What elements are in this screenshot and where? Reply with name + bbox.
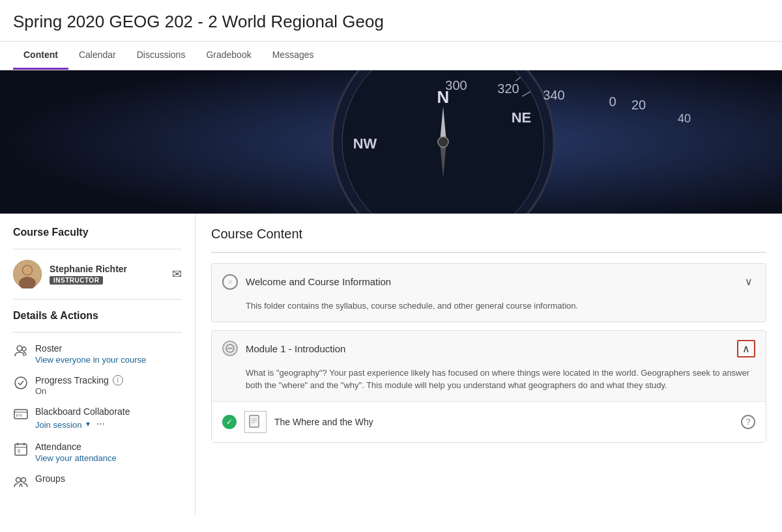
faculty-section: Course Faculty Stephanie Richter INSTRUC…	[13, 227, 182, 288]
svg-text:20: 20	[631, 98, 646, 112]
page-header: Spring 2020 GEOG 202 - 2 World Regional …	[0, 0, 782, 42]
progress-item: Progress Tracking i On	[13, 375, 182, 396]
faculty-divider	[13, 249, 182, 249]
svg-text:NE: NE	[512, 109, 532, 126]
sidebar: Course Faculty Stephanie Richter INSTRUC…	[0, 214, 195, 515]
details-title: Details & Actions	[13, 310, 182, 322]
attendance-content: Attendance View your attendance	[35, 441, 182, 463]
svg-point-21	[438, 137, 448, 147]
progress-info-icon[interactable]: i	[113, 375, 123, 385]
welcome-item-icon: ○	[222, 274, 238, 290]
svg-point-40	[16, 478, 21, 483]
progress-label: Progress Tracking i	[35, 375, 182, 385]
tab-gradebook[interactable]: Gradebook	[195, 42, 261, 70]
svg-rect-44	[250, 415, 259, 427]
module1-item-icon	[222, 341, 238, 356]
bb-item: Blackboard Collaborate Join session ▾ ··…	[13, 406, 182, 431]
roster-item: Roster View everyone in your course	[13, 343, 182, 365]
faculty-title: Course Faculty	[13, 227, 182, 238]
roster-icon	[13, 344, 29, 361]
details-divider	[13, 299, 182, 300]
bb-dropdown-btn[interactable]: ▾	[86, 419, 90, 428]
roster-content: Roster View everyone in your course	[35, 343, 182, 365]
faculty-item: Stephanie Richter INSTRUCTOR ✉	[13, 260, 182, 288]
main-layout: Course Faculty Stephanie Richter INSTRUC…	[0, 214, 782, 515]
tab-discussions[interactable]: Discussions	[126, 42, 196, 70]
sub-item-title: The Where and the Why	[274, 417, 741, 427]
attendance-link[interactable]: View your attendance	[35, 453, 182, 463]
bb-label: Blackboard Collaborate	[35, 406, 182, 417]
content-item-header-module1[interactable]: Module 1 - Introduction ∧	[212, 331, 766, 367]
content-item-header-welcome[interactable]: ○ Welcome and Course Information ∨	[212, 264, 766, 300]
progress-content: Progress Tracking i On	[35, 375, 182, 396]
attendance-item: Attendance View your attendance	[13, 441, 182, 463]
file-icon	[244, 411, 267, 433]
completed-check-icon: ✓	[222, 415, 237, 429]
page-title: Spring 2020 GEOG 202 - 2 World Regional …	[13, 12, 769, 32]
groups-label: Groups	[35, 473, 182, 484]
bb-actions: Join session ▾ ···	[35, 417, 182, 431]
avatar	[13, 260, 42, 288]
svg-point-28	[15, 377, 27, 389]
tab-messages[interactable]: Messages	[262, 42, 325, 70]
svg-point-27	[22, 347, 26, 351]
svg-point-25	[23, 266, 32, 275]
details-section: Details & Actions Roster View everyone i…	[13, 310, 182, 492]
content-title: Course Content	[211, 227, 766, 242]
faculty-name: Stephanie Richter	[50, 264, 164, 274]
svg-point-26	[17, 346, 22, 351]
attendance-label: Attendance	[35, 441, 182, 452]
attendance-icon	[13, 442, 29, 460]
svg-point-41	[22, 478, 26, 483]
roster-link[interactable]: View everyone in your course	[35, 355, 182, 365]
module1-item-title: Module 1 - Introduction	[246, 343, 737, 354]
tab-calendar[interactable]: Calendar	[68, 42, 126, 70]
svg-rect-34	[15, 444, 27, 455]
groups-icon	[13, 474, 29, 492]
bb-link[interactable]: Join session	[35, 420, 82, 430]
course-banner: N NE NW 0 20 40 340 320 300	[0, 70, 782, 214]
help-icon[interactable]: ?	[741, 415, 755, 429]
svg-text:40: 40	[678, 112, 691, 125]
welcome-item-desc: This folder contains the syllabus, cours…	[212, 300, 766, 322]
nav-tabs: Content Calendar Discussions Gradebook M…	[0, 42, 782, 70]
mail-icon[interactable]: ✉	[172, 267, 182, 281]
svg-text:340: 340	[543, 88, 564, 102]
progress-status: On	[35, 386, 46, 396]
details-inner-divider	[13, 332, 182, 333]
groups-content: Groups	[35, 473, 182, 484]
faculty-badge: INSTRUCTOR	[50, 276, 103, 285]
svg-text:NW: NW	[353, 135, 377, 152]
roster-label: Roster	[35, 343, 182, 354]
content-item-module1: Module 1 - Introduction ∧ What is "geogr…	[211, 330, 766, 443]
module1-item-desc: What is "geography"? Your past experienc…	[212, 367, 766, 401]
sub-item-where-why: ✓ The Where and the Why ?	[212, 401, 766, 442]
welcome-chevron-btn[interactable]: ∨	[742, 273, 755, 290]
progress-icon	[13, 376, 29, 393]
welcome-item-title: Welcome and Course Information	[246, 276, 742, 287]
bb-content: Blackboard Collaborate Join session ▾ ··…	[35, 406, 182, 431]
tab-content[interactable]: Content	[13, 42, 68, 70]
content-area: Course Content ○ Welcome and Course Info…	[195, 214, 782, 515]
module1-chevron-btn[interactable]: ∧	[737, 340, 755, 357]
faculty-info: Stephanie Richter INSTRUCTOR	[50, 264, 164, 285]
content-item-welcome: ○ Welcome and Course Information ∨ This …	[211, 263, 766, 322]
svg-text:300: 300	[445, 78, 467, 92]
bb-more-btn[interactable]: ···	[94, 417, 108, 431]
bb-icon	[13, 407, 29, 425]
svg-text:320: 320	[497, 81, 519, 96]
content-divider	[211, 252, 766, 253]
svg-text:0: 0	[609, 94, 616, 109]
groups-item: Groups	[13, 473, 182, 492]
